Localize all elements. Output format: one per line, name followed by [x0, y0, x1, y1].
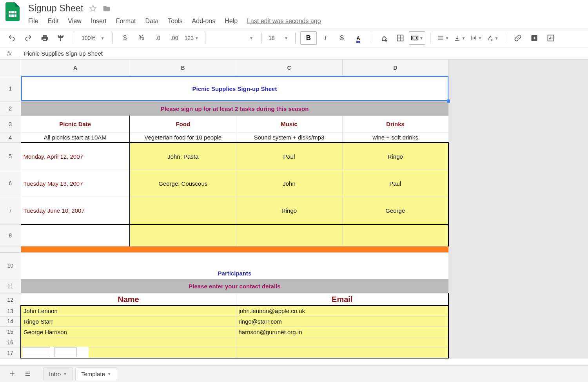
cell[interactable]: George — [342, 197, 448, 224]
folder-icon[interactable] — [102, 5, 111, 13]
menu-edit[interactable]: Edit — [48, 18, 59, 25]
undo-button[interactable] — [4, 32, 20, 44]
italic-button[interactable]: I — [318, 32, 333, 44]
row-header[interactable]: 6 — [0, 170, 21, 197]
cell[interactable]: George: Couscous — [130, 170, 236, 197]
tab-template[interactable]: Template▼ — [75, 368, 117, 380]
bold-button[interactable]: B — [300, 31, 317, 45]
cell[interactable]: Email — [236, 293, 448, 306]
cell[interactable]: Paul — [236, 143, 342, 170]
cell[interactable] — [342, 224, 448, 246]
redo-button[interactable] — [20, 32, 36, 44]
font-select[interactable]: ▼ — [210, 36, 256, 40]
menu-format[interactable]: Format — [116, 18, 136, 25]
cell[interactable] — [21, 224, 130, 246]
text-wrap-button[interactable]: ▼ — [468, 32, 484, 44]
cell-date[interactable]: Tuesday June 10, 2007 — [21, 197, 130, 224]
cell[interactable]: Music — [236, 116, 342, 132]
cell[interactable]: Ringo — [236, 197, 342, 224]
cell[interactable]: Ringo Starr — [21, 316, 236, 327]
add-sheet-button[interactable] — [5, 368, 19, 380]
row-header[interactable]: 1 — [0, 76, 21, 101]
cell[interactable]: John — [236, 170, 342, 197]
cell[interactable] — [236, 224, 342, 246]
row-header[interactable]: 15 — [0, 327, 21, 337]
add-rows-count-input[interactable] — [54, 347, 77, 357]
menu-help[interactable]: Help — [225, 18, 238, 25]
cell-participants-title[interactable]: Participants — [21, 252, 448, 279]
h-align-button[interactable]: ▼ — [435, 32, 451, 44]
empty-grid-area[interactable] — [449, 60, 588, 358]
cell[interactable] — [130, 224, 236, 246]
menu-addons[interactable]: Add-ons — [192, 18, 216, 25]
cell[interactable]: John Lennon — [21, 306, 236, 316]
row-header[interactable]: 12 — [0, 293, 21, 306]
row-header[interactable]: 14 — [0, 316, 21, 327]
format-currency-button[interactable]: $ — [117, 32, 133, 44]
borders-button[interactable] — [392, 32, 408, 44]
cell[interactable] — [130, 197, 236, 224]
col-header-B[interactable]: B — [130, 60, 236, 76]
row-header[interactable] — [0, 246, 21, 253]
cell[interactable]: john.lennon@apple.co.uk — [236, 306, 448, 316]
strike-button[interactable]: S — [334, 32, 350, 44]
col-header-D[interactable]: D — [342, 60, 448, 76]
cell-date[interactable]: Tuesday May 13, 2007 — [21, 170, 130, 197]
cell-title[interactable]: Picnic Supplies Sign-up Sheet — [21, 76, 448, 101]
all-sheets-button[interactable] — [21, 368, 34, 380]
fill-color-button[interactable] — [376, 32, 392, 44]
row-header[interactable]: 4 — [0, 132, 21, 143]
cell[interactable]: ringo@starr.com — [236, 316, 448, 327]
cell[interactable]: All picnics start at 10AM — [21, 132, 130, 143]
add-rows-button[interactable] — [22, 347, 50, 357]
row-header[interactable]: 2 — [0, 101, 21, 116]
divider-row[interactable] — [21, 246, 448, 253]
tab-intro[interactable]: Intro▼ — [43, 368, 73, 380]
cell[interactable]: Sound system + disks/mp3 — [236, 132, 342, 143]
row-header[interactable]: 7 — [0, 197, 21, 224]
cell[interactable]: George Harrison — [21, 327, 236, 337]
cell[interactable]: Drinks — [342, 116, 448, 132]
insert-chart-button[interactable] — [543, 32, 559, 44]
menu-data[interactable]: Data — [145, 18, 158, 25]
cell-subtitle[interactable]: Please sign up for at least 2 tasks duri… — [21, 101, 448, 116]
cell[interactable] — [236, 348, 448, 358]
col-header-C[interactable]: C — [236, 60, 342, 76]
app-logo[interactable] — [4, 3, 21, 20]
last-edit-link[interactable]: Last edit was seconds ago — [247, 18, 321, 25]
v-align-button[interactable]: ▼ — [452, 32, 467, 44]
font-size-select[interactable]: 18▼ — [266, 35, 290, 41]
row-header[interactable]: 8 — [0, 224, 21, 246]
increase-decimal-button[interactable]: .00→ — [167, 32, 182, 44]
menu-view[interactable]: View — [68, 18, 81, 25]
menu-tools[interactable]: Tools — [168, 18, 182, 25]
cell[interactable]: John: Pasta — [130, 143, 236, 170]
row-header[interactable]: 11 — [0, 279, 21, 293]
cell[interactable]: Picnic Date — [21, 116, 130, 132]
star-icon[interactable] — [89, 5, 97, 13]
cell[interactable]: Food — [130, 116, 236, 132]
cell[interactable] — [21, 337, 236, 348]
more-formats-button[interactable]: 123▼ — [183, 32, 200, 44]
print-button[interactable] — [37, 32, 53, 44]
row-header[interactable]: 5 — [0, 143, 21, 170]
decrease-decimal-button[interactable]: .0← — [150, 32, 166, 44]
cell[interactable]: harrison@gurunet.org.in — [236, 327, 448, 337]
cell[interactable]: Paul — [342, 170, 448, 197]
row-header[interactable]: 10 — [0, 252, 21, 279]
menu-insert[interactable]: Insert — [91, 18, 107, 25]
cell[interactable]: Vegeterian food for 10 people — [130, 132, 236, 143]
text-color-button[interactable]: A — [350, 32, 366, 44]
row-header[interactable]: 3 — [0, 116, 21, 132]
select-all-corner[interactable] — [0, 60, 21, 76]
menu-file[interactable]: File — [28, 18, 38, 25]
merge-cells-button[interactable]: ▼ — [409, 31, 425, 45]
insert-comment-button[interactable] — [526, 32, 542, 44]
cell[interactable]: Ringo — [342, 143, 448, 170]
insert-link-button[interactable] — [510, 32, 526, 44]
row-header[interactable]: 13 — [0, 306, 21, 316]
doc-title[interactable]: Signup Sheet — [28, 3, 83, 14]
cell-participants-sub[interactable]: Please enter your contact details — [21, 279, 448, 293]
paint-format-button[interactable] — [53, 32, 69, 44]
col-header-A[interactable]: A — [21, 60, 130, 76]
